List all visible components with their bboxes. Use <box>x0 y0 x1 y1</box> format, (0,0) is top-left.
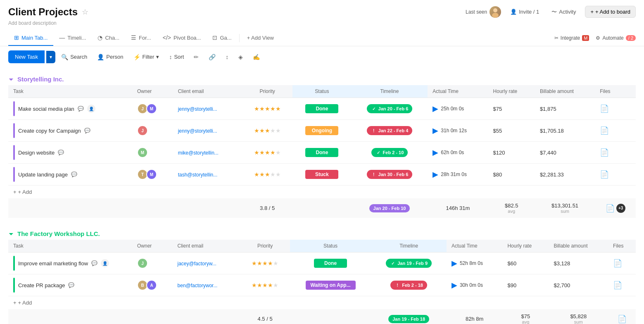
status-badge: Done <box>314 259 347 268</box>
tab-chart[interactable]: ◔ Cha... <box>92 30 125 46</box>
owner-avatar: J <box>137 258 148 269</box>
board-description[interactable]: Add board description <box>0 20 644 30</box>
files-cell: 📄 <box>595 120 636 142</box>
add-icon: + <box>13 300 17 306</box>
last-seen-label: Last seen <box>466 9 487 15</box>
tab-timeline[interactable]: — Timeli... <box>53 30 92 46</box>
hourly-rate-cell: $80 <box>488 164 535 186</box>
status-cell: Done <box>292 142 352 164</box>
timeline-cell: ✓ Jan 19 - Feb 9 <box>371 253 447 274</box>
email-link[interactable]: tash@storytellin... <box>178 172 218 178</box>
comment-icon[interactable]: 💬 <box>91 260 97 266</box>
hourly-rate-cell: $90 <box>502 274 549 296</box>
group2-table: Task Owner Client email Priority Status … <box>8 240 636 324</box>
star-icon[interactable]: ☆ <box>82 7 88 17</box>
group2-name[interactable]: The Factory Workshop LLC. <box>17 230 100 237</box>
email-link[interactable]: jacey@factoryw... <box>178 261 216 267</box>
amount-value: $3,128 <box>554 260 570 267</box>
play-icon[interactable]: ▶ <box>433 148 438 157</box>
actual-time-cell: ▶ 28h 31m 0s <box>428 164 488 186</box>
search-button[interactable]: 🔍 Search <box>57 51 91 63</box>
files-cell: 📄 <box>595 142 636 164</box>
tab-form-label: For... <box>139 35 151 41</box>
email-cell: ben@factorywor... <box>173 274 240 296</box>
comment-icon[interactable]: 💬 <box>78 106 84 112</box>
play-icon[interactable]: ▶ <box>433 170 438 179</box>
add-icon: + <box>13 189 17 195</box>
pdf-icon[interactable]: 📄 <box>600 105 609 113</box>
pdf-icon[interactable]: 📄 <box>600 148 609 157</box>
rate-value: $60 <box>507 260 516 267</box>
automate-button[interactable]: ⚙ Automate / 2 <box>596 35 636 41</box>
filter-icon: ⚡ <box>133 54 140 60</box>
col-task: Task <box>8 85 132 98</box>
pdf-icon[interactable]: 📄 <box>600 126 609 135</box>
group-bar <box>13 256 15 271</box>
play-icon[interactable]: ▶ <box>452 281 457 290</box>
group1-toggle[interactable]: ⏷ <box>8 76 14 83</box>
link-button[interactable]: 🔗 <box>204 51 220 63</box>
comment-icon[interactable]: 💬 <box>58 150 64 155</box>
timeline-badge: ✓ Feb 2 - 10 <box>371 148 408 157</box>
timeline-badge: ✓ Jan 20 - Feb 6 <box>367 104 413 113</box>
email-link[interactable]: jenny@storytelli... <box>178 128 217 134</box>
row-height-button[interactable]: ↕ <box>221 51 233 63</box>
summary-billable: $5,828 sum <box>549 309 608 324</box>
comment-icon[interactable]: 💬 <box>68 282 74 288</box>
time-value: 62h 0m 0s <box>441 150 464 155</box>
play-icon[interactable]: ▶ <box>433 126 438 135</box>
summary-timeline-badge: Jan 19 - Feb 18 <box>388 315 429 323</box>
summary-billable-value: $5,828 <box>554 313 603 319</box>
add-to-board-button[interactable]: + + Add to board <box>585 6 636 18</box>
play-icon[interactable]: ▶ <box>452 259 457 268</box>
activity-button[interactable]: 〜 Activity <box>548 7 579 17</box>
notification-badge: 👤 <box>87 105 95 113</box>
edit-button[interactable]: ✍ <box>249 51 264 63</box>
email-link[interactable]: ben@factorywor... <box>178 283 218 288</box>
comment-icon[interactable]: 💬 <box>71 172 77 177</box>
col2-client-email: Client email <box>173 240 240 253</box>
person-filter-button[interactable]: 👤 Person <box>93 51 127 63</box>
summary-billable: $13,301.51 sum <box>535 198 595 218</box>
pdf-icon[interactable]: 📄 <box>613 281 622 289</box>
integrate-button[interactable]: ✂ Integrate M <box>554 35 589 41</box>
new-task-dropdown[interactable]: ▾ <box>46 51 55 63</box>
pdf-icon[interactable]: 📄 <box>613 259 622 267</box>
task-name-cell: Improve email marketing flow 💬 👤 <box>8 253 132 274</box>
files-cell: 📄 <box>595 164 636 186</box>
tab-pivot[interactable]: </> Pivot Boa... <box>157 30 207 46</box>
email-link[interactable]: jenny@storytelli... <box>178 106 217 112</box>
billable-cell: $2,281.33 <box>535 164 595 186</box>
task-name-cell: Create PR package 💬 <box>8 274 132 296</box>
tab-main-table[interactable]: ⊞ Main Tab... <box>8 30 53 46</box>
owner-cell: TM <box>132 164 173 186</box>
filter-button[interactable]: ⚡ Filter ▾ <box>129 51 164 63</box>
new-task-button[interactable]: New Task <box>8 50 45 63</box>
play-icon[interactable]: ▶ <box>433 104 438 113</box>
summary-hourly: $75 avg <box>502 309 549 324</box>
email-link[interactable]: mike@storytellin... <box>178 150 219 156</box>
header-left: Client Projects ☆ <box>8 6 88 18</box>
pen-tool-button[interactable]: ✏ <box>190 51 203 63</box>
person-filter-icon: 👤 <box>97 54 104 60</box>
pdf-icon[interactable]: 📄 <box>600 170 609 179</box>
sort-button[interactable]: ↕ Sort <box>165 51 188 63</box>
add-view-tab[interactable]: + Add View <box>241 31 280 46</box>
color-button[interactable]: ◈ <box>234 51 247 63</box>
group2-toggle[interactable]: ⏷ <box>8 231 14 237</box>
owner-avatar: J <box>137 125 148 136</box>
summary-status-empty <box>292 198 352 218</box>
tab-gallery[interactable]: ⊡ Ga... <box>207 30 237 46</box>
rate-value: $90 <box>507 282 516 288</box>
tab-form[interactable]: ☰ For... <box>125 30 157 46</box>
tab-main-label: Main Tab... <box>21 35 48 41</box>
tab-form-icon: ☰ <box>131 34 136 41</box>
group1-name[interactable]: Storytelling Inc. <box>17 76 64 83</box>
summary-rate-label: avg <box>507 319 544 324</box>
add-task-button[interactable]: + + Add <box>13 189 631 195</box>
comment-icon[interactable]: 💬 <box>84 128 90 133</box>
tab-timeline-label: Timeli... <box>67 35 86 41</box>
add-task-button[interactable]: + + Add <box>13 300 631 306</box>
invite-button[interactable]: 👤 Invite / 1 <box>507 7 542 17</box>
col-actual-time: Actual Time <box>428 85 488 98</box>
